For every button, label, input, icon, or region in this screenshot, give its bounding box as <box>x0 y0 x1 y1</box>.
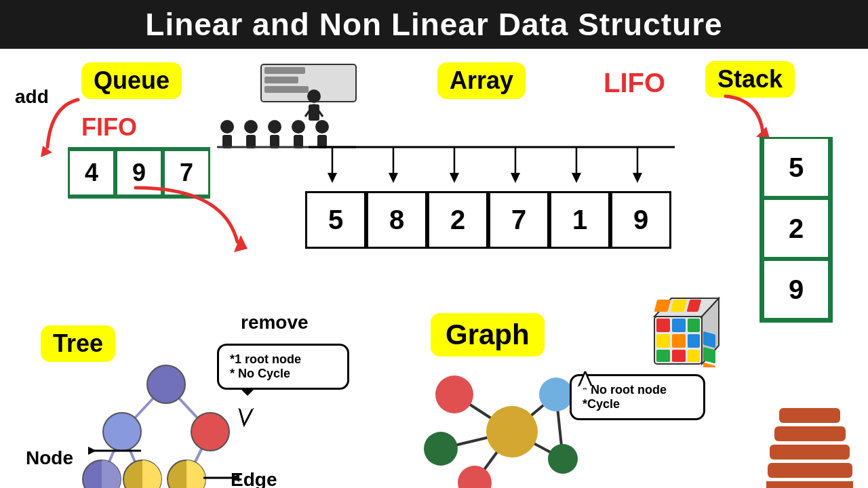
svg-rect-7 <box>309 104 319 121</box>
svg-rect-76 <box>656 334 670 348</box>
stack-arrow <box>719 89 773 144</box>
tc-layer-base <box>766 481 853 488</box>
svg-marker-27 <box>450 173 459 183</box>
array-cell-0: 5 <box>305 191 366 249</box>
svg-marker-66 <box>578 371 592 387</box>
tc-layer-4 <box>768 463 852 478</box>
remove-label: remove <box>241 312 309 333</box>
fifo-label: FIFO <box>81 113 137 142</box>
stack-cell-2: 9 <box>762 259 830 320</box>
svg-rect-73 <box>656 319 670 332</box>
svg-point-65 <box>486 406 538 458</box>
array-container: 5 8 2 7 1 9 <box>305 191 671 249</box>
remove-arrow <box>115 181 264 256</box>
people-illustration <box>214 59 363 157</box>
svg-rect-80 <box>672 350 686 362</box>
svg-point-14 <box>268 120 281 134</box>
edge-label: Edge <box>231 469 277 488</box>
svg-point-10 <box>220 120 234 134</box>
array-cell-2: 2 <box>427 191 488 249</box>
stack-cell-1: 2 <box>762 198 830 259</box>
svg-rect-89 <box>703 363 715 367</box>
rubiks-cube <box>651 293 726 367</box>
svg-rect-4 <box>264 77 298 83</box>
svg-point-18 <box>315 120 329 134</box>
tree-badge: Tree <box>41 325 115 362</box>
svg-rect-3 <box>264 67 305 74</box>
tree-speech-bubble: *1 root node * No Cycle <box>217 344 349 390</box>
svg-point-64 <box>548 444 578 474</box>
graph-bubble-line2: *Cycle <box>583 397 620 411</box>
array-arrows <box>302 144 682 188</box>
tree-bubble-line2: * No Cycle <box>230 367 290 380</box>
node-label: Node <box>26 447 73 469</box>
svg-point-60 <box>435 375 473 413</box>
svg-rect-81 <box>688 350 700 362</box>
svg-rect-74 <box>672 319 686 332</box>
node-arrow <box>87 441 148 461</box>
svg-marker-25 <box>389 173 398 183</box>
svg-rect-77 <box>672 334 686 348</box>
svg-point-42 <box>191 413 229 451</box>
svg-point-40 <box>147 365 185 403</box>
queue-cell-0: 4 <box>68 149 115 197</box>
svg-rect-75 <box>688 319 700 332</box>
svg-rect-78 <box>688 334 700 348</box>
tc-layer-3 <box>770 445 850 460</box>
stack-cell-0: 5 <box>762 137 830 198</box>
svg-point-63 <box>539 378 573 411</box>
array-cell-5: 9 <box>610 191 671 249</box>
svg-marker-23 <box>328 173 337 183</box>
queue-badge: Queue <box>81 62 182 99</box>
lifo-label: LIFO <box>604 68 665 98</box>
tc-layer-2 <box>774 426 846 441</box>
array-badge: Array <box>437 62 526 99</box>
svg-marker-47 <box>88 447 96 455</box>
svg-rect-5 <box>264 86 309 93</box>
svg-point-6 <box>307 89 321 103</box>
svg-marker-33 <box>633 173 642 183</box>
svg-point-61 <box>424 432 458 466</box>
array-cell-1: 8 <box>366 191 427 249</box>
svg-point-16 <box>292 120 305 134</box>
terracotta-bowl-stack <box>766 408 853 488</box>
header: Linear and Non Linear Data Structure <box>0 0 868 49</box>
svg-rect-79 <box>656 350 670 362</box>
page-title: Linear and Non Linear Data Structure <box>145 6 722 43</box>
array-cell-3: 7 <box>488 191 549 249</box>
stack-box: 5 2 9 <box>760 137 833 323</box>
array-cell-4: 1 <box>549 191 610 249</box>
main-content: add Queue FIFO 4 9 7 <box>0 49 868 488</box>
svg-marker-29 <box>511 173 520 183</box>
tree-bubble-line1: *1 root node <box>230 352 301 366</box>
svg-marker-31 <box>572 173 581 183</box>
tc-layer-1 <box>779 408 840 423</box>
svg-point-12 <box>244 120 258 134</box>
tree-bubble-tail <box>236 408 256 428</box>
graph-bubble-tail <box>575 370 595 390</box>
svg-point-62 <box>458 466 492 488</box>
